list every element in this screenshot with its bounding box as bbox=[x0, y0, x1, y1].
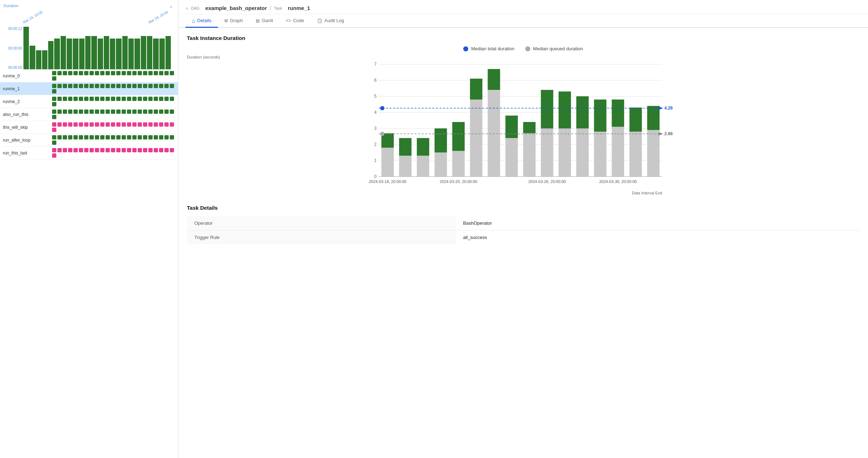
tab-code-icon: <> bbox=[286, 18, 291, 23]
task-status-dot bbox=[52, 110, 56, 114]
task-status-dot bbox=[79, 97, 83, 101]
task-status-dot bbox=[63, 122, 67, 127]
task-status-dot bbox=[57, 135, 62, 139]
svg-marker-26 bbox=[659, 132, 663, 136]
details-value: all_success bbox=[456, 230, 859, 245]
task-status-dot bbox=[84, 110, 88, 114]
task-status-dot bbox=[57, 110, 62, 114]
task-status-dot bbox=[148, 135, 153, 139]
task-status-dot bbox=[132, 110, 137, 114]
tab-details-label: Details bbox=[197, 18, 211, 23]
tab-auditlog[interactable]: 📋Audit Log bbox=[311, 14, 351, 28]
bar-queued bbox=[576, 128, 589, 177]
task-status-dot bbox=[106, 97, 110, 101]
task-status-dot bbox=[84, 71, 88, 75]
task-status-dot bbox=[116, 97, 121, 101]
task-details-table: OperatorBashOperatorTrigger Ruleall_succ… bbox=[187, 216, 859, 245]
task-status-dot bbox=[100, 135, 104, 139]
tab-auditlog-label: Audit Log bbox=[325, 18, 344, 23]
task-dots bbox=[52, 84, 175, 93]
breadcrumb-dag-name[interactable]: example_bash_operator bbox=[205, 5, 267, 11]
task-status-dot bbox=[111, 97, 115, 101]
collapse-button[interactable]: « bbox=[168, 4, 174, 10]
task-status-dot bbox=[90, 97, 94, 101]
tab-details-icon: △ bbox=[192, 18, 195, 23]
task-status-dot bbox=[127, 122, 131, 127]
duration-bar bbox=[134, 39, 140, 69]
task-status-dot bbox=[52, 128, 56, 132]
tab-details[interactable]: △Details bbox=[185, 14, 218, 28]
details-value: BashOperator bbox=[456, 216, 859, 230]
task-status-dot bbox=[68, 97, 72, 101]
task-status-dot bbox=[143, 148, 147, 152]
legend-total: Median total duration bbox=[463, 46, 514, 51]
svg-text:4: 4 bbox=[374, 110, 377, 115]
task-name-label: run_after_loop bbox=[3, 138, 49, 143]
duration-bar bbox=[159, 39, 165, 69]
task-status-dot bbox=[52, 141, 56, 145]
task-name-label: runme_1 bbox=[3, 86, 49, 91]
task-status-dot bbox=[100, 97, 104, 101]
task-row[interactable]: run_this_last bbox=[0, 147, 178, 159]
task-status-dot bbox=[79, 110, 83, 114]
task-status-dot bbox=[164, 71, 169, 75]
bar-total bbox=[541, 90, 553, 128]
task-row[interactable]: also_run_this bbox=[0, 108, 178, 121]
tab-gantt-label: Gantt bbox=[262, 18, 273, 23]
chart-legend: Median total duration Median queued dura… bbox=[187, 46, 859, 51]
tab-graph-label: Graph bbox=[230, 18, 243, 23]
task-status-dot bbox=[143, 84, 147, 88]
duration-bar bbox=[153, 39, 158, 69]
task-status-dot bbox=[57, 84, 62, 88]
left-panel: Duration « Mar 19, 19:56 Mar 29, 20:00 0… bbox=[0, 0, 178, 458]
task-row[interactable]: runme_2 bbox=[0, 95, 178, 108]
task-status-dot bbox=[63, 84, 67, 88]
bar-queued bbox=[381, 148, 394, 177]
task-status-dot bbox=[159, 84, 163, 88]
task-status-dot bbox=[127, 71, 131, 75]
svg-point-27 bbox=[380, 132, 384, 136]
breadcrumb-task-name[interactable]: runme_1 bbox=[288, 5, 310, 11]
duration-bar bbox=[54, 39, 60, 69]
tab-gantt[interactable]: ▤Gantt bbox=[249, 14, 280, 28]
task-status-dot bbox=[68, 84, 72, 88]
duration-bar bbox=[36, 50, 41, 69]
breadcrumb-separator: / bbox=[270, 5, 271, 11]
task-status-dot bbox=[116, 84, 121, 88]
duration-bar bbox=[67, 39, 72, 69]
task-status-dot bbox=[63, 71, 67, 75]
task-status-dot bbox=[154, 84, 158, 88]
breadcrumb-dag-label: DAG bbox=[191, 6, 200, 10]
task-row[interactable]: runme_1 bbox=[0, 82, 178, 95]
bar-total bbox=[470, 79, 482, 100]
duration-bar bbox=[128, 39, 134, 69]
bar-total bbox=[488, 69, 500, 90]
task-row[interactable]: this_will_skip bbox=[0, 121, 178, 134]
bar-queued bbox=[612, 127, 624, 177]
duration-bar bbox=[91, 36, 97, 69]
task-status-dot bbox=[95, 71, 99, 75]
task-status-dot bbox=[148, 71, 153, 75]
task-status-dot bbox=[79, 84, 83, 88]
tab-graph[interactable]: ⊞Graph bbox=[218, 14, 249, 28]
details-row: Trigger Ruleall_success bbox=[187, 230, 859, 245]
y-label-0: 00:00:12 bbox=[4, 27, 22, 31]
duration-bar bbox=[61, 36, 66, 69]
task-status-dot bbox=[100, 148, 104, 152]
chart-svg-container: 012345672024-03-18, 20:00:002024-03-20, … bbox=[187, 61, 859, 196]
task-status-dot bbox=[52, 84, 56, 88]
duration-bar bbox=[79, 39, 85, 69]
task-status-dot bbox=[159, 148, 163, 152]
task-status-dot bbox=[122, 122, 126, 127]
task-status-dot bbox=[132, 148, 137, 152]
task-status-dot bbox=[138, 122, 142, 127]
task-status-dot bbox=[106, 84, 110, 88]
task-row[interactable]: runme_0 bbox=[0, 70, 178, 82]
task-row[interactable]: run_after_loop bbox=[0, 134, 178, 147]
task-status-dot bbox=[57, 148, 62, 152]
task-status-dot bbox=[73, 97, 78, 101]
bar-queued bbox=[594, 132, 607, 177]
task-status-dot bbox=[116, 71, 121, 75]
tab-code[interactable]: <>Code bbox=[280, 14, 311, 28]
task-status-dot bbox=[143, 71, 147, 75]
